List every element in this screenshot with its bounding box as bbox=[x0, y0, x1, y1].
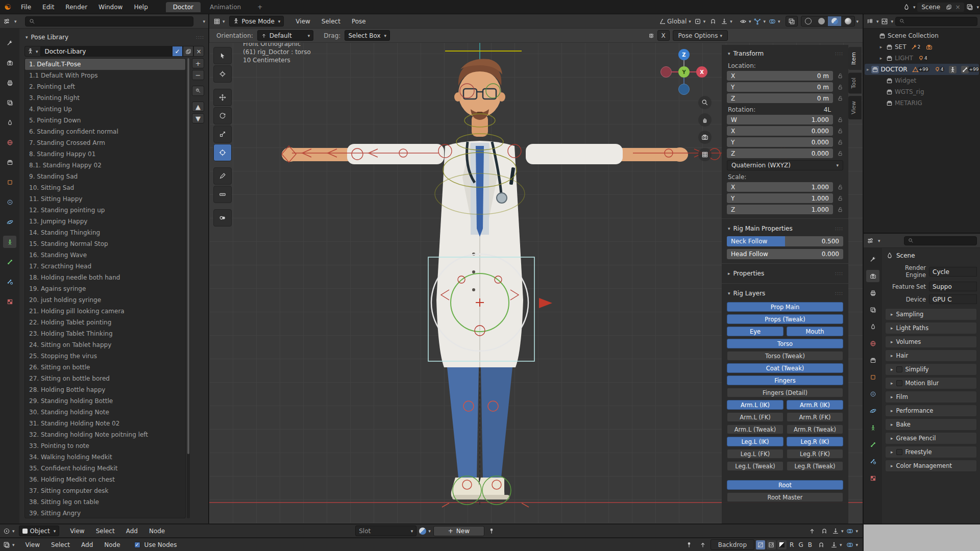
pose-list-item[interactable]: 38. Sitting leg on table bbox=[25, 496, 185, 508]
shader-menu-node[interactable]: Node bbox=[143, 524, 170, 538]
transform-orientation-dropdown[interactable]: Global▾ bbox=[657, 16, 693, 27]
lock-icon[interactable] bbox=[837, 73, 843, 79]
rig-layer-leg-l-tweak-[interactable]: Leg.L (Tweak) bbox=[727, 461, 783, 471]
rotation-mode-dropdown[interactable]: Quaternion (WXYZ)▾ bbox=[727, 160, 843, 170]
topbar-menu-edit[interactable]: Edit bbox=[37, 0, 60, 14]
location-x-field[interactable]: X0 m bbox=[727, 71, 833, 81]
properties-collapse-chevron[interactable]: ▸ bbox=[728, 271, 730, 276]
pose-list-item[interactable]: 21. Holding pill looking camera bbox=[25, 306, 185, 317]
sidebar-tab-tool[interactable]: Tool bbox=[848, 72, 862, 93]
pose-list-item[interactable]: 13. Jumping Happy bbox=[25, 216, 185, 227]
section-light-paths[interactable]: ▸Light Paths bbox=[885, 322, 977, 334]
tab-texture[interactable] bbox=[866, 472, 879, 484]
overlays-dropdown[interactable]: ▾ bbox=[767, 16, 782, 27]
pose-list-item[interactable]: 29. Standing holding Bottle bbox=[25, 395, 185, 407]
pose-list-item[interactable]: 37. Sitting computer desk bbox=[25, 485, 185, 496]
editor-type-icon[interactable] bbox=[213, 18, 220, 25]
filter-tree-icon[interactable] bbox=[866, 18, 873, 25]
channel-alpha-button[interactable] bbox=[777, 540, 787, 549]
pose-options-dropdown[interactable]: Pose Options▾ bbox=[673, 30, 728, 41]
pose-list-item[interactable]: 2. Pointing Left bbox=[25, 81, 185, 92]
tool-transform[interactable] bbox=[213, 144, 232, 161]
tool-rotate[interactable] bbox=[213, 107, 232, 124]
ortho-toggle-button[interactable] bbox=[698, 148, 712, 161]
remove-pose-button[interactable]: − bbox=[192, 70, 204, 80]
channel-g-button[interactable]: G bbox=[797, 541, 804, 548]
lock-icon[interactable] bbox=[837, 195, 843, 202]
tab-scene[interactable] bbox=[3, 116, 16, 129]
rig-layer-arm-r-tweak-[interactable]: Arm.R (Tweak) bbox=[787, 424, 843, 434]
section-checkbox[interactable] bbox=[896, 449, 902, 455]
section-simplify[interactable]: ▸Simplify bbox=[885, 363, 977, 375]
compositor-editor-icon[interactable] bbox=[3, 541, 10, 548]
expand-icon[interactable]: ▸ bbox=[867, 67, 869, 72]
header-menu-chevron[interactable]: ▾ bbox=[203, 19, 205, 24]
camera-view-button[interactable] bbox=[698, 131, 712, 144]
tab-render[interactable] bbox=[866, 270, 879, 282]
compositor-menu-select[interactable]: Select bbox=[45, 538, 76, 551]
outliner-row-scene-collection[interactable]: Scene Collection bbox=[865, 30, 979, 41]
tab-world[interactable] bbox=[866, 337, 879, 349]
gizmos-dropdown[interactable]: ▾ bbox=[752, 16, 767, 27]
rig-layer-prop-main[interactable]: Prop Main bbox=[727, 302, 843, 312]
tab-output[interactable] bbox=[866, 287, 879, 299]
copy-icon[interactable] bbox=[946, 4, 952, 10]
tab-scene[interactable] bbox=[866, 320, 879, 333]
pin-button[interactable] bbox=[485, 525, 498, 536]
tab-output[interactable] bbox=[3, 77, 16, 89]
pivot-point-dropdown[interactable]: ▾ bbox=[693, 16, 707, 27]
workspace-tab-animation[interactable]: Animation bbox=[203, 2, 248, 12]
mode-dropdown[interactable]: Pose Mode▾ bbox=[229, 16, 284, 27]
library-name-field[interactable]: Doctor-Libary bbox=[41, 46, 172, 57]
pose-list-item[interactable]: 16. Standing Wave bbox=[25, 249, 185, 261]
pose-list-item[interactable]: 7. Standing Crossed Arm bbox=[25, 137, 185, 148]
tab-view-layer[interactable] bbox=[866, 304, 879, 316]
expand-icon[interactable]: ▸ bbox=[878, 56, 884, 61]
tab-bone-constraint[interactable] bbox=[866, 455, 879, 467]
tab-object-data[interactable] bbox=[866, 421, 879, 434]
rig-layer-arm-r-fk-[interactable]: Arm.R (FK) bbox=[787, 412, 843, 422]
section-bake[interactable]: ▸Bake bbox=[885, 418, 977, 431]
tab-view-layer[interactable] bbox=[3, 96, 16, 109]
drag-mode-dropdown[interactable]: Select Box▾ bbox=[345, 30, 390, 41]
rig-layer-leg-r-fk-[interactable]: Leg.R (FK) bbox=[787, 449, 843, 459]
snap-settings-dropdown[interactable]: ▾ bbox=[829, 539, 844, 550]
sidebar-tab-view[interactable]: View bbox=[848, 96, 862, 119]
pose-list-item[interactable]: 18. Holding needle both hand bbox=[25, 272, 185, 283]
lock-icon[interactable] bbox=[837, 128, 843, 134]
compositor-menu-view[interactable]: View bbox=[20, 538, 45, 551]
gizmo-neg-z-axis[interactable] bbox=[678, 84, 690, 95]
pose-list-item[interactable]: 31. Standing Holding Note 02 bbox=[25, 418, 185, 429]
scale-x-field[interactable]: X1.000 bbox=[727, 182, 833, 192]
pose-list-item[interactable]: 19. Agains syringe bbox=[25, 283, 185, 294]
rig-layer-arm-l-fk-[interactable]: Arm.L (FK) bbox=[727, 412, 783, 422]
shader-type-dropdown[interactable]: Object▾ bbox=[19, 525, 60, 536]
transform-collapse-chevron[interactable]: ▾ bbox=[728, 51, 730, 56]
tab-collection[interactable] bbox=[866, 354, 879, 366]
rig-layer-leg-l-ik-[interactable]: Leg.L (IK) bbox=[727, 437, 783, 446]
viewport-menu-pose[interactable]: Pose bbox=[346, 14, 372, 29]
tool-scale[interactable] bbox=[213, 126, 232, 143]
location-y-field[interactable]: Y0 m bbox=[727, 82, 833, 92]
rig-layer-mouth[interactable]: Mouth bbox=[787, 327, 843, 336]
scale-y-field[interactable]: Y1.000 bbox=[727, 193, 833, 203]
section-performance[interactable]: ▸Performance bbox=[885, 405, 977, 417]
outliner-search-input[interactable] bbox=[895, 17, 977, 26]
device-dropdown[interactable]: GPU C bbox=[929, 294, 977, 304]
snap-toggle-button[interactable] bbox=[815, 539, 827, 550]
viewport-menu-select[interactable]: Select bbox=[316, 14, 346, 29]
zoom-button[interactable] bbox=[698, 96, 712, 109]
pose-library-browse-dropdown[interactable]: ▾ bbox=[24, 46, 41, 57]
pose-list-item[interactable]: 3. Pointing Right bbox=[25, 92, 185, 104]
pose-list-item[interactable]: 39. Sitting Angry bbox=[25, 508, 185, 518]
shading-rendered-button[interactable] bbox=[841, 16, 854, 26]
rig-layer-leg-l-fk-[interactable]: Leg.L (FK) bbox=[727, 449, 783, 459]
pose-list-item[interactable]: 10. Sitting Sad bbox=[25, 182, 185, 193]
slot-dropdown[interactable]: Slot▾ bbox=[355, 525, 416, 536]
gizmo-x-axis[interactable]: X bbox=[696, 66, 707, 78]
tab-object-data[interactable] bbox=[3, 236, 16, 248]
pose-list-item[interactable]: 23. Holding Tablet Thinking bbox=[25, 328, 185, 339]
use-nodes-checkbox[interactable]: ✓ bbox=[134, 542, 140, 548]
tab-object[interactable] bbox=[866, 371, 879, 383]
outliner-row-set[interactable]: ▸SET2 bbox=[865, 41, 979, 53]
